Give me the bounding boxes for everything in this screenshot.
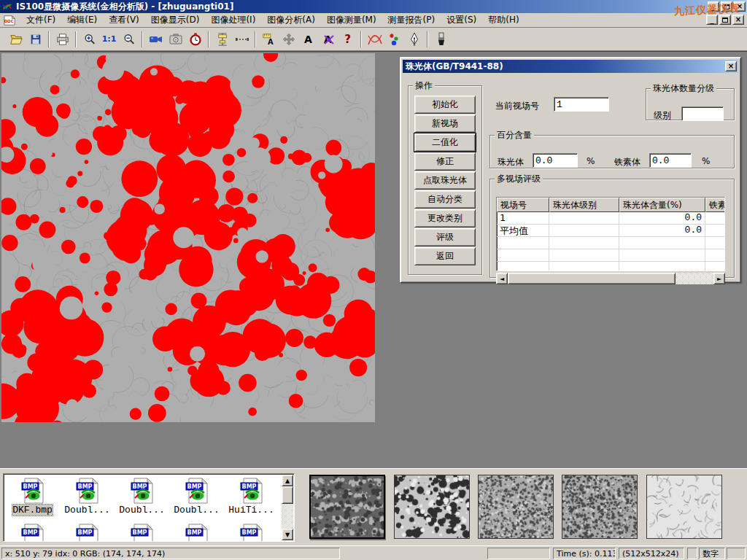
- child-restore-button[interactable]: [719, 15, 731, 25]
- dialog-close-button[interactable]: ×: [725, 61, 737, 71]
- file-item[interactable]: BMP: [169, 521, 224, 542]
- file-item[interactable]: BMP: [115, 521, 169, 542]
- actual-size-icon[interactable]: 1:1: [99, 31, 119, 48]
- file-item[interactable]: BMP DKF.bmp: [5, 475, 60, 516]
- file-item[interactable]: BMP: [5, 521, 60, 542]
- table-row[interactable]: 平均值 0.0: [497, 225, 724, 237]
- child-close-button[interactable]: ×: [732, 15, 744, 25]
- delete-text-icon[interactable]: A: [318, 31, 338, 48]
- menu-image-measure[interactable]: 图像测量(M): [321, 12, 382, 28]
- help-icon[interactable]: ?: [338, 31, 357, 48]
- level-input[interactable]: [681, 106, 724, 121]
- new-field-button[interactable]: 新视场: [414, 114, 476, 133]
- change-class-button[interactable]: 更改类别: [414, 209, 476, 228]
- window-title: IS100显微摄像系统(金相分析版) - [zhuguangti01]: [16, 1, 233, 13]
- photo-camera-icon[interactable]: [166, 31, 185, 48]
- print-icon[interactable]: [53, 31, 72, 48]
- thumbnail-2[interactable]: [394, 475, 470, 539]
- svg-text:BMP: BMP: [241, 529, 256, 536]
- video-camera-icon[interactable]: [146, 31, 166, 48]
- pearlite-percent-input[interactable]: [533, 153, 578, 168]
- file-item[interactable]: BMP Doubl...: [115, 475, 169, 516]
- curve-tool-icon[interactable]: [365, 31, 384, 48]
- menu-help[interactable]: 帮助(H): [482, 12, 525, 28]
- thumbnail-3[interactable]: [478, 475, 554, 539]
- menu-edit[interactable]: 编辑(E): [61, 12, 103, 28]
- menu-file[interactable]: 文件(F): [20, 12, 61, 28]
- timer-icon[interactable]: [185, 31, 205, 48]
- table-hscrollbar[interactable]: ◄ ►: [496, 273, 725, 284]
- table-row[interactable]: 1 0.0: [497, 212, 724, 225]
- return-button[interactable]: 返回: [414, 247, 476, 265]
- open-icon[interactable]: [6, 31, 26, 48]
- scroll-down-icon[interactable]: ▼: [282, 529, 293, 540]
- auto-classify-button[interactable]: 自动分类: [414, 190, 476, 209]
- col-pearlite-content[interactable]: 珠光体含量(%): [619, 198, 705, 212]
- measure-text-icon[interactable]: A: [259, 31, 279, 48]
- scroll-left-icon[interactable]: ◄: [496, 273, 508, 284]
- bmp-file-icon: BMP: [184, 478, 210, 504]
- grade-button[interactable]: 评级: [414, 228, 476, 246]
- toolbar: 1:1 A A A ?: [0, 28, 747, 51]
- col-ferrite-content[interactable]: 铁素体含量: [705, 198, 725, 212]
- menu-view[interactable]: 查看(V): [103, 12, 145, 28]
- cell-content: 0.0: [619, 225, 705, 237]
- menu-settings[interactable]: 设置(S): [441, 12, 482, 28]
- dialog-title-bar[interactable]: 珠光体(GB/T9441-88) ×: [403, 60, 738, 73]
- col-pearlite-level[interactable]: 珠光体级别: [549, 198, 619, 212]
- file-item[interactable]: BMP: [60, 521, 115, 542]
- init-button[interactable]: 初始化: [414, 96, 476, 114]
- dialog-title: 珠光体(GB/T9441-88): [406, 61, 503, 73]
- toolbar-separator: [255, 31, 256, 47]
- percent-legend: 百分含量: [495, 129, 534, 141]
- multi-field-group: 多视场评级 视场号 珠光体级别 珠光体含量(%) 铁素体含量 1 0.0 平均值…: [489, 173, 735, 278]
- menu-bar: DOC 文件(F) 编辑(E) 查看(V) 图像显示(D) 图像处理(I) 图像…: [0, 13, 747, 28]
- col-field-no[interactable]: 视场号: [497, 198, 549, 212]
- text-tool-icon[interactable]: A: [298, 31, 318, 48]
- save-icon[interactable]: [26, 31, 45, 48]
- child-minimize-button[interactable]: _: [706, 15, 718, 25]
- thumbnail-5[interactable]: [646, 475, 722, 539]
- dotted-ruler-icon[interactable]: [232, 31, 252, 48]
- cell-field-no: 平均值: [497, 225, 549, 237]
- zoom-in-icon[interactable]: [80, 31, 99, 48]
- ferrite-label: 铁素体: [614, 156, 640, 168]
- menu-measure-report[interactable]: 测量报告(P): [382, 12, 441, 28]
- file-item[interactable]: BMP HuiTi...: [224, 475, 279, 516]
- menu-image-processing[interactable]: 图像处理(I): [205, 12, 261, 28]
- file-item[interactable]: BMP Doubl...: [169, 475, 224, 516]
- thumbnail-1[interactable]: [309, 475, 385, 539]
- window-close-button[interactable]: ×: [734, 1, 746, 12]
- brush-tool-icon[interactable]: [431, 31, 451, 48]
- pick-pearlite-button[interactable]: 点取珠光体: [414, 171, 476, 190]
- scroll-right-icon[interactable]: ►: [713, 273, 725, 284]
- toolbar-separator: [427, 31, 428, 47]
- scroll-up-icon[interactable]: ▲: [282, 475, 293, 486]
- micrograph-image[interactable]: [1, 53, 375, 422]
- current-field-input[interactable]: [554, 97, 609, 112]
- bottom-panel: BMP DKF.bmp BMP: [0, 468, 747, 545]
- binarize-button[interactable]: 二值化: [414, 133, 476, 152]
- status-empty-panel: [687, 548, 697, 559]
- menu-image-analysis[interactable]: 图像分析(A): [261, 12, 321, 28]
- document-icon: DOC: [3, 15, 16, 26]
- level-label: 级别: [654, 109, 671, 122]
- window-maximize-button[interactable]: [721, 1, 732, 12]
- caliper-icon[interactable]: [212, 31, 232, 48]
- move-tool-icon[interactable]: [279, 31, 298, 48]
- file-item[interactable]: BMP: [224, 521, 279, 542]
- pen-tool-icon[interactable]: [404, 31, 424, 48]
- menu-image-display[interactable]: 图像显示(D): [145, 12, 206, 28]
- scrollbar-thumb[interactable]: [282, 486, 293, 504]
- zoom-out-icon[interactable]: [119, 31, 139, 48]
- window-minimize-button[interactable]: _: [708, 1, 719, 12]
- class-points-icon[interactable]: [384, 31, 404, 48]
- file-item[interactable]: BMP Doubl...: [60, 475, 115, 516]
- scrollbar-thumb[interactable]: [508, 273, 676, 284]
- file-vscrollbar[interactable]: ▲ ▼: [282, 475, 293, 540]
- table-row-empty: [497, 262, 724, 271]
- ferrite-percent-input[interactable]: [649, 153, 692, 168]
- thumbnail-4[interactable]: [562, 475, 638, 539]
- correct-button[interactable]: 修正: [414, 152, 476, 171]
- status-empty-panel: [727, 548, 746, 559]
